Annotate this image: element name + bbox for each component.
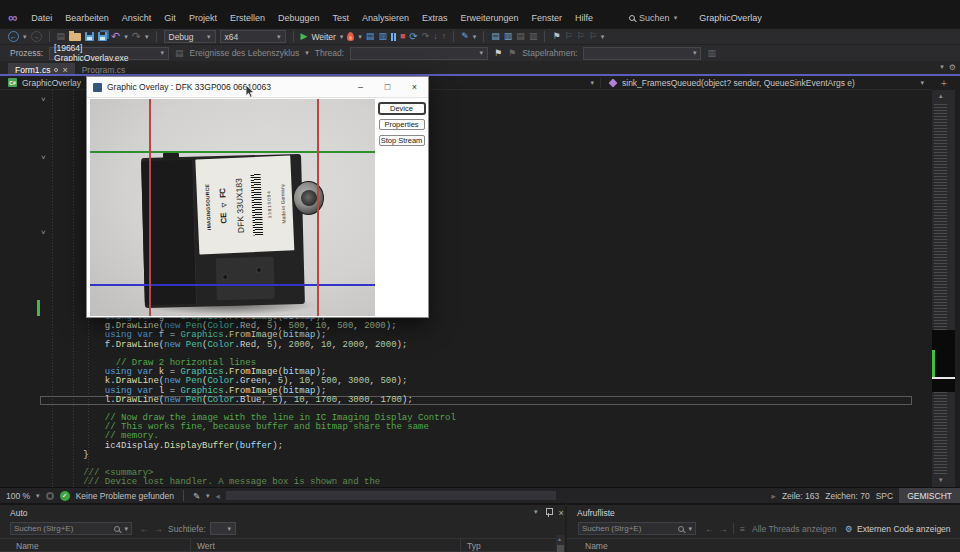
fold-chevron-icon[interactable]: ˅ — [41, 154, 46, 162]
new-window-icon[interactable]: ▤ — [57, 32, 66, 41]
health-indicator-icon[interactable] — [46, 492, 54, 500]
menu-extras[interactable]: Extras — [420, 12, 450, 24]
menu-git[interactable]: Git — [162, 12, 178, 24]
tab-list-dropdown[interactable]: ▾ — [940, 63, 944, 72]
menu-datei[interactable]: Datei — [29, 12, 54, 24]
toggle-bookmark-icon[interactable]: ⚑ — [552, 32, 560, 41]
zoom-level[interactable]: 100 % — [6, 491, 30, 501]
stop-stream-button[interactable]: Stop Stream — [379, 135, 425, 146]
scroll-down-icon[interactable]: ▾ — [939, 476, 943, 484]
code-line[interactable]: } — [40, 451, 912, 460]
properties-button[interactable]: Properties — [379, 119, 425, 130]
search-depth-dropdown[interactable]: ▾ — [210, 522, 236, 535]
hot-reload-dropdown[interactable]: ▾ — [358, 33, 362, 41]
menu-hilfe[interactable]: Hilfe — [573, 12, 595, 24]
clear-bookmarks-icon[interactable]: ⚐ — [589, 32, 597, 41]
menu-debuggen[interactable]: Debuggen — [276, 12, 322, 24]
column-separator[interactable] — [460, 539, 461, 551]
bookmark-dropdown[interactable]: ▾ — [601, 33, 605, 41]
save-all-button[interactable] — [98, 32, 107, 41]
lifecycle-events-label[interactable]: Ereignisse des Lebenszyklus — [190, 48, 300, 58]
show-external-code-toggle[interactable]: Externen Code anzeigen — [857, 524, 951, 534]
line-indicator[interactable]: Zeile: 163 — [782, 491, 819, 501]
window-position-dropdown[interactable]: ▾ — [534, 508, 538, 518]
search-prev-icon[interactable]: ← — [140, 524, 149, 534]
code-line-current[interactable]: l.DrawLine(new Pen(Color.Blue, 5), 10, 1… — [40, 396, 912, 405]
gear-icon[interactable]: ⚙ — [949, 63, 956, 72]
auto-vertical-scrollbar[interactable]: ▴ — [556, 535, 565, 552]
registers-window-icon[interactable]: ▥ — [529, 32, 538, 41]
fold-chevron-icon[interactable]: ˅ — [41, 229, 46, 237]
zoom-dropdown[interactable]: ▾ — [36, 492, 40, 500]
undo-dropdown[interactable]: ▾ — [124, 33, 128, 41]
menu-erweiterungen[interactable]: Erweiterungen — [459, 12, 521, 24]
thread-dropdown[interactable]: ▾ — [350, 47, 488, 60]
pen-icon[interactable]: ✎ — [193, 491, 200, 501]
fold-chevron-icon[interactable]: ˅ — [41, 96, 46, 104]
lifecycle-dropdown[interactable]: ▾ — [305, 49, 309, 57]
stackframe-icon[interactable]: ▥ — [707, 49, 716, 58]
navigate-forward-button[interactable]: → — [31, 31, 42, 42]
maximize-button[interactable]: □ — [374, 77, 401, 98]
scroll-up-icon[interactable]: ▴ — [939, 92, 943, 100]
code-line[interactable]: f.DrawLine(new Pen(Color.Red, 5), 2000, … — [40, 341, 912, 350]
search-next-icon[interactable]: → — [154, 524, 163, 534]
menu-analysieren[interactable]: Analysieren — [360, 12, 411, 24]
menu-erstellen[interactable]: Erstellen — [228, 12, 267, 24]
menu-bearbeiten[interactable]: Bearbeiten — [63, 12, 111, 24]
pen-dropdown[interactable]: ▾ — [206, 492, 210, 500]
split-editor-button[interactable]: + — [941, 78, 947, 89]
device-button[interactable]: Device — [379, 103, 425, 114]
code-line[interactable] — [40, 460, 912, 469]
menu-fenster[interactable]: Fenster — [530, 12, 565, 24]
undo-button[interactable]: ↶ — [111, 32, 120, 41]
scroll-up-icon[interactable]: ▴ — [558, 535, 561, 542]
continue-button[interactable]: ▶ — [301, 32, 308, 41]
auto-search-input[interactable]: Suchen (Strg+E) ▾ — [10, 522, 132, 535]
break-all-button[interactable] — [391, 33, 396, 41]
graphic-overlay-window[interactable]: Graphic Overlay : DFK 33GP006 06610063 –… — [86, 76, 429, 318]
solution-platform-dropdown[interactable]: x64▾ — [220, 30, 286, 43]
restart-button[interactable]: ⟳ — [409, 32, 417, 41]
search-control[interactable]: Suchen ▾ — [629, 13, 677, 23]
code-line[interactable]: /// Device lost handler. A message box i… — [40, 478, 912, 487]
code-cleanup-icon[interactable]: ✎ — [461, 32, 469, 41]
overlay-window-titlebar[interactable]: Graphic Overlay : DFK 33GP006 06610063 –… — [87, 77, 428, 98]
search-next-icon[interactable]: → — [719, 524, 728, 534]
code-line[interactable]: ic4Display.DisplayBuffer(buffer); — [40, 442, 912, 451]
show-diagnostics-icon[interactable]: ▤ — [366, 32, 375, 41]
navigate-back-dropdown[interactable]: ▾ — [23, 33, 27, 41]
minimap-viewport[interactable] — [932, 330, 955, 392]
immediate-window-icon[interactable]: ▤ — [491, 32, 500, 41]
search-prev-icon[interactable]: ← — [705, 524, 714, 534]
scrollbar-thumb[interactable] — [557, 545, 564, 552]
prev-bookmark-icon[interactable]: ⚐ — [564, 32, 572, 41]
continue-dropdown[interactable]: ▾ — [340, 33, 344, 41]
callstack-search-input[interactable]: Suchen (Strg+E) ▾ — [578, 522, 696, 535]
close-tab-icon[interactable]: × — [62, 66, 67, 74]
problems-status[interactable]: Keine Probleme gefunden — [76, 491, 174, 501]
scroll-right-icon[interactable]: ▸ — [772, 491, 776, 501]
solution-config-dropdown[interactable]: Debug▾ — [164, 30, 216, 43]
redo-button[interactable]: ↷ — [132, 32, 141, 41]
line-ending-indicator[interactable]: GEMISCHT — [899, 488, 960, 504]
column-indicator[interactable]: Zeichen: 70 — [825, 491, 869, 501]
minimap-scrollbar[interactable]: ▴ ▾ — [932, 90, 955, 487]
flag-icon[interactable]: ⚑ — [508, 49, 516, 58]
process-dropdown[interactable]: [19664] GraphicOverlay.exe▾ — [49, 47, 169, 60]
redo-dropdown[interactable]: ▾ — [145, 33, 149, 41]
menu-ansicht[interactable]: Ansicht — [120, 12, 154, 24]
threads-icon[interactable]: ≡ — [740, 524, 745, 534]
stop-debugging-button[interactable]: ■ — [400, 32, 405, 41]
close-icon[interactable]: × — [559, 508, 564, 518]
code-cleanup-dropdown[interactable]: ▾ — [473, 33, 477, 41]
memory-window-icon[interactable]: ▤ — [516, 32, 525, 41]
command-window-icon[interactable]: ▥ — [504, 32, 513, 41]
code-line[interactable]: // This works fine, because buffer and b… — [40, 423, 912, 432]
flag-threads-icon[interactable]: ⚑ — [494, 49, 502, 58]
hot-reload-icon[interactable] — [347, 32, 354, 41]
step-into-button[interactable]: ↓ — [433, 32, 438, 41]
attach-process-icon[interactable]: ▥ — [378, 32, 387, 41]
menu-test[interactable]: Test — [330, 12, 351, 24]
minimize-button[interactable]: – — [347, 77, 374, 98]
